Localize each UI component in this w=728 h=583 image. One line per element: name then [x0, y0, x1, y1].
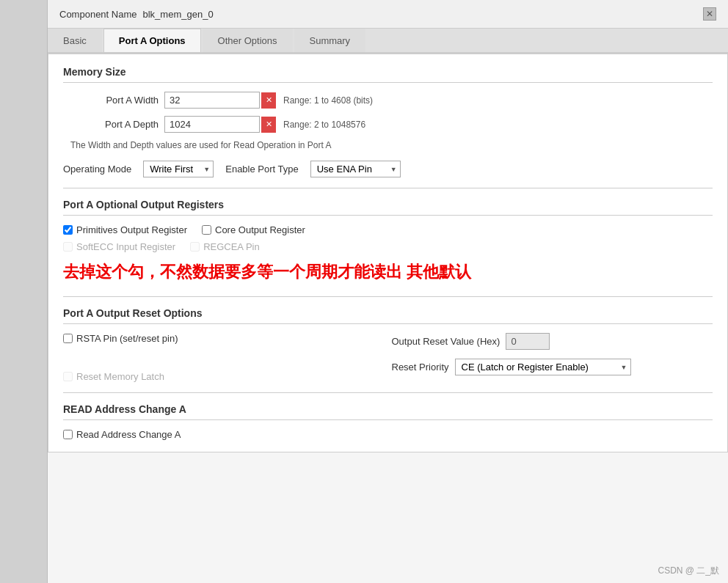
core-output-register-label: Core Output Register: [215, 224, 305, 235]
read-address-change-label: Read Address Change A: [76, 429, 181, 440]
separator-1: [63, 188, 713, 188]
outer-container: Component Name blk_mem_gen_0 ✕ Basic Por…: [0, 0, 728, 583]
tab-port-a-options[interactable]: Port A Options: [103, 29, 201, 52]
output-reset-title: Port A Output Reset Options: [63, 307, 713, 324]
port-a-width-range: Range: 1 to 4608 (bits): [283, 95, 373, 106]
REGCEA-pin-label: REGCEA Pin: [203, 241, 260, 252]
primitives-output-register-label: Primitives Output Register: [76, 224, 187, 235]
port-a-depth-row: Port A Depth ✕ Range: 2 to 1048576: [63, 116, 713, 133]
output-registers-row2: SoftECC Input Register REGCEA Pin: [63, 241, 713, 252]
enable-port-type-label: Enable Port Type: [225, 164, 299, 175]
output-registers-row1: Primitives Output Register Core Output R…: [63, 224, 713, 235]
reset-memory-latch-checkbox: [63, 372, 73, 381]
output-reset-value-input[interactable]: [506, 333, 550, 350]
port-a-width-row: Port A Width ✕ Range: 1 to 4608 (bits): [63, 92, 713, 109]
tab-basic[interactable]: Basic: [48, 29, 102, 52]
separator-3: [63, 392, 713, 393]
softECC-input-register-checkbox: [63, 242, 73, 252]
output-registers-title: Port A Optional Output Registers: [63, 199, 713, 216]
enable-port-type-select[interactable]: Use ENA Pin Always Enabled: [310, 161, 401, 177]
close-button[interactable]: ✕: [703, 7, 716, 21]
operating-mode-select[interactable]: Write First Read First No Change: [143, 161, 214, 177]
port-a-width-label: Port A Width: [63, 95, 159, 106]
softECC-input-register-item: SoftECC Input Register: [63, 241, 175, 252]
primitives-output-register-checkbox[interactable]: [63, 225, 73, 235]
read-address-change-item[interactable]: Read Address Change A: [63, 429, 713, 440]
RSTA-pin-checkbox[interactable]: [63, 334, 73, 343]
RSTA-pin-label: RSTA Pin (set/reset pin): [76, 333, 178, 344]
output-reset-left: RSTA Pin (set/reset pin) Reset Memory La…: [63, 333, 385, 382]
operating-mode-select-wrap: Write First Read First No Change: [143, 161, 214, 177]
component-name-value: blk_mem_gen_0: [143, 9, 214, 20]
port-a-width-input-wrap: ✕ Range: 1 to 4608 (bits): [164, 92, 373, 109]
REGCEA-pin-item: REGCEA Pin: [190, 241, 260, 252]
tab-summary[interactable]: Summary: [294, 29, 366, 52]
component-name-bar: Component Name blk_mem_gen_0 ✕: [48, 0, 728, 29]
reset-priority-row: Reset Priority CE (Latch or Register Ena…: [392, 359, 713, 375]
enable-port-type-select-wrap: Use ENA Pin Always Enabled: [310, 161, 401, 177]
main-panel: Component Name blk_mem_gen_0 ✕ Basic Por…: [48, 0, 728, 583]
core-output-register-checkbox[interactable]: [202, 225, 211, 235]
output-reset-right: Output Reset Value (Hex) Reset Priority …: [392, 333, 713, 382]
port-a-depth-clear-button[interactable]: ✕: [261, 117, 276, 133]
annotation-area: Primitives Output Register Core Output R…: [63, 224, 713, 252]
reset-memory-latch-item: Reset Memory Latch: [63, 371, 385, 382]
port-a-width-input[interactable]: [164, 92, 260, 109]
port-a-width-clear-button[interactable]: ✕: [261, 92, 276, 109]
softECC-input-register-label: SoftECC Input Register: [76, 241, 175, 252]
width-depth-hint: The Width and Depth values are used for …: [70, 140, 713, 150]
operating-mode-row: Operating Mode Write First Read First No…: [63, 161, 713, 177]
REGCEA-pin-checkbox: [190, 242, 200, 252]
content-area: Memory Size Port A Width ✕ Range: 1 to 4…: [48, 54, 728, 452]
reset-priority-select[interactable]: CE (Latch or Register Enable) SR (Set/Re…: [455, 359, 631, 375]
annotation-banner: 去掉这个勾，不然数据要多等一个周期才能读出 其他默认: [63, 258, 713, 286]
reset-priority-select-wrap: CE (Latch or Register Enable) SR (Set/Re…: [455, 359, 631, 375]
port-a-depth-input-wrap: ✕ Range: 2 to 1048576: [164, 116, 365, 133]
watermark: CSDN @ 二_默: [658, 565, 719, 577]
memory-size-title: Memory Size: [63, 66, 713, 83]
port-a-depth-input[interactable]: [164, 116, 260, 133]
separator-2: [63, 296, 713, 297]
output-reset-grid: RSTA Pin (set/reset pin) Reset Memory La…: [63, 333, 713, 382]
port-a-depth-range: Range: 2 to 1048576: [283, 120, 365, 130]
core-output-register-item[interactable]: Core Output Register: [202, 224, 305, 235]
tab-other-options[interactable]: Other Options: [203, 29, 293, 52]
port-a-depth-label: Port A Depth: [63, 119, 159, 130]
left-sidebar: [0, 0, 48, 583]
output-reset-value-label: Output Reset Value (Hex): [392, 336, 500, 347]
reset-memory-latch-label: Reset Memory Latch: [76, 371, 164, 382]
read-address-title: READ Address Change A: [63, 403, 713, 420]
annotation-text: 去掉这个勾，不然数据要多等一个周期才能读出 其他默认: [63, 263, 471, 281]
output-reset-value-row: Output Reset Value (Hex): [392, 333, 713, 350]
primitives-output-register-item[interactable]: Primitives Output Register: [63, 224, 187, 235]
tabs-bar: Basic Port A Options Other Options Summa…: [48, 29, 728, 54]
operating-mode-label: Operating Mode: [63, 164, 131, 175]
RSTA-pin-item[interactable]: RSTA Pin (set/reset pin): [63, 333, 385, 344]
component-name-label: Component Name: [59, 9, 137, 20]
read-address-change-checkbox[interactable]: [63, 430, 73, 439]
reset-priority-label: Reset Priority: [392, 362, 449, 373]
